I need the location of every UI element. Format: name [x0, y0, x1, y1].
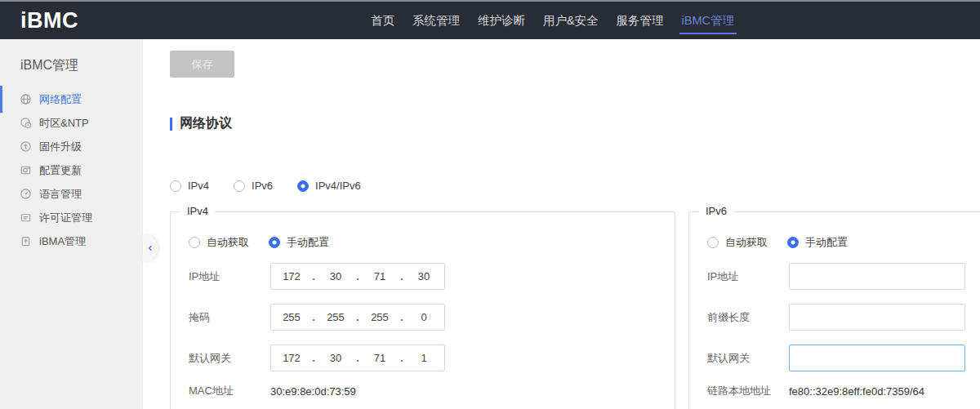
sidebar-item-label: 时区&NTP — [39, 116, 89, 131]
sidebar-title: iBMC管理 — [20, 57, 143, 74]
radio-ipv4-ipv6[interactable]: IPv4/IPv6 — [297, 180, 361, 192]
chevron-left-icon — [146, 241, 154, 256]
nav-item-maintenance[interactable]: 维护诊断 — [477, 2, 526, 39]
section-accent-bar — [170, 118, 172, 131]
ipv4-ip-address-input[interactable]: 172 . 30 . 71 . 30 — [270, 263, 445, 290]
sidebar-item-label: 语言管理 — [39, 187, 82, 202]
ipv4-panel-legend: IPv4 — [180, 205, 215, 217]
sidebar-item-label: 许可证管理 — [39, 211, 92, 225]
nav-item-label: 服务管理 — [617, 13, 664, 29]
radio-ipv4[interactable]: IPv4 — [170, 180, 209, 192]
field-label: IP地址 — [189, 269, 270, 284]
mac-address-value: 30:e9:8e:0d:73:59 — [270, 385, 356, 398]
ipv4-radio-manual[interactable]: 手动配置 — [269, 237, 329, 248]
radio-label: IPv4 — [188, 180, 209, 192]
radio-label: IPv4/IPv6 — [315, 180, 361, 192]
sidebar: iBMC管理 网络配置 时区&NTP 固件升级 配置更 — [0, 39, 143, 409]
field-label: 链路本地地址 — [707, 384, 789, 398]
radio-circle-checked-icon — [269, 237, 280, 248]
nav-item-services[interactable]: 服务管理 — [616, 2, 665, 39]
main-content: 保存 网络协议 IPv4 IPv6 IPv4/IPv6 IPv4 自动获取 — [143, 39, 980, 409]
ipv4-subnet-mask-input[interactable]: 255 . 255 . 255 . 0 — [270, 304, 445, 331]
ipv4-mask-row: 掩码 255 . 255 . 255 . 0 — [189, 304, 675, 331]
ipv6-ip-address-input[interactable] — [789, 263, 965, 290]
main-nav: 首页 系统管理 维护诊断 用户&安全 服务管理 iBMC管理 — [370, 2, 735, 39]
sidebar-item-timezone-ntp[interactable]: 时区&NTP — [0, 111, 143, 135]
ip-octet: 172 — [271, 270, 312, 282]
field-label: 默认网关 — [707, 351, 789, 366]
ipv4-radio-auto[interactable]: 自动获取 — [189, 237, 249, 248]
field-label: 前缀长度 — [707, 310, 789, 325]
page-title: 网络协议 — [180, 115, 232, 132]
section-header: 网络协议 — [170, 115, 980, 132]
ipv6-radio-auto[interactable]: 自动获取 — [707, 237, 768, 248]
radio-circle-icon — [170, 180, 181, 192]
sidebar-item-label: 固件升级 — [39, 140, 82, 154]
radio-label: 手动配置 — [805, 235, 848, 250]
ip-octet: 71 — [359, 352, 400, 364]
ip-octet: 30 — [315, 270, 356, 282]
ip-octet: 255 — [359, 311, 400, 323]
ip-octet: 255 — [315, 311, 356, 323]
nav-item-label: 用户&安全 — [543, 13, 599, 29]
ipv4-default-gateway-input[interactable]: 172 . 30 . 71 . 1 — [270, 345, 445, 371]
ibma-icon — [20, 235, 32, 247]
sidebar-item-license-management[interactable]: 许可证管理 — [0, 206, 143, 229]
sidebar-item-label: iBMA管理 — [39, 234, 86, 249]
radio-label: IPv6 — [252, 180, 273, 192]
radio-circle-checked-icon — [297, 180, 309, 192]
ipv6-default-gateway-input[interactable] — [789, 345, 965, 371]
firmware-upgrade-icon — [20, 140, 32, 153]
ipv4-ip-row: IP地址 172 . 30 . 71 . 30 — [189, 263, 675, 290]
nav-item-user-security[interactable]: 用户&安全 — [542, 2, 599, 39]
field-label: 掩码 — [189, 310, 270, 325]
nav-item-ibmc-management[interactable]: iBMC管理 — [681, 2, 735, 39]
nav-item-label: 系统管理 — [412, 13, 460, 29]
nav-active-underline — [679, 33, 737, 34]
ipv6-radio-manual[interactable]: 手动配置 — [787, 237, 848, 248]
radio-label: 手动配置 — [287, 235, 329, 250]
protocol-radio-group: IPv4 IPv6 IPv4/IPv6 — [170, 180, 980, 192]
ipv6-panel-legend: IPv6 — [699, 205, 733, 217]
ipv6-panel: IPv6 自动获取 手动配置 IP地址 前缀长度 默认 — [688, 211, 980, 409]
ip-octet: 0 — [403, 311, 444, 323]
radio-label: 自动获取 — [207, 235, 249, 250]
top-navbar: iBMC 首页 系统管理 维护诊断 用户&安全 服务管理 iBMC管理 — [0, 0, 980, 39]
globe-icon — [20, 93, 32, 105]
ip-octet: 30 — [403, 270, 444, 282]
sidebar-item-language-management[interactable]: 语言管理 — [0, 182, 143, 206]
ipv4-gateway-row: 默认网关 172 . 30 . 71 . 1 — [189, 345, 675, 371]
ip-octet: 30 — [315, 352, 356, 364]
sidebar-item-label: 配置更新 — [39, 163, 82, 178]
ip-octet: 71 — [359, 270, 400, 282]
ipv6-gateway-row: 默认网关 — [707, 345, 980, 371]
sidebar-item-ibma-management[interactable]: iBMA管理 — [0, 229, 143, 253]
language-icon — [20, 188, 32, 200]
ipv6-link-local-row: 链路本地地址 fe80::32e9:8eff:fe0d:7359/64 — [707, 384, 980, 398]
ibmc-logo: iBMC — [20, 8, 78, 33]
radio-circle-icon — [707, 237, 719, 248]
sidebar-item-network-config[interactable]: 网络配置 — [0, 87, 143, 111]
ipv6-prefix-length-input[interactable] — [789, 304, 965, 331]
field-label: IP地址 — [707, 269, 789, 284]
radio-circle-checked-icon — [787, 237, 799, 248]
nav-item-label: iBMC管理 — [682, 13, 734, 29]
nav-item-system[interactable]: 系统管理 — [412, 2, 461, 39]
sidebar-item-label: 网络配置 — [39, 92, 82, 107]
ipv6-prefix-row: 前缀长度 — [707, 304, 980, 331]
protocol-panels: IPv4 自动获取 手动配置 IP地址 172 . 30 . 7 — [170, 211, 980, 409]
radio-circle-icon — [189, 237, 200, 248]
license-icon — [20, 211, 32, 224]
link-local-address-value: fe80::32e9:8eff:fe0d:7359/64 — [789, 385, 924, 398]
ipv4-mode-radio-group: 自动获取 手动配置 — [189, 237, 675, 248]
sidebar-item-firmware-upgrade[interactable]: 固件升级 — [0, 135, 143, 158]
radio-ipv6[interactable]: IPv6 — [234, 180, 273, 192]
ipv6-mode-radio-group: 自动获取 手动配置 — [707, 237, 980, 248]
timezone-clock-icon — [20, 117, 32, 129]
save-button[interactable]: 保存 — [170, 51, 234, 78]
field-label: 默认网关 — [189, 351, 270, 366]
sidebar-item-config-update[interactable]: 配置更新 — [0, 158, 143, 182]
config-update-icon — [20, 164, 32, 176]
ip-octet: 1 — [403, 352, 444, 364]
nav-item-home[interactable]: 首页 — [370, 2, 395, 39]
